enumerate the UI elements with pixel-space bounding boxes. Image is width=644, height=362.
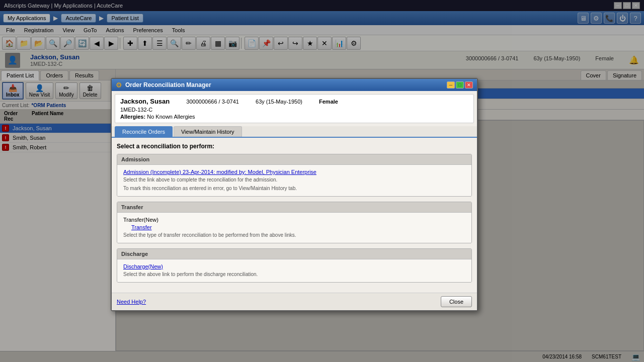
admission-link[interactable]: Admission (Incomplete) 23-Apr-2014: modi… — [123, 169, 316, 175]
modal-patient-strip: Jackson, Susan 3000000666 / 3-0741 63y (… — [115, 94, 474, 123]
admission-content: Admission (Incomplete) 23-Apr-2014: modi… — [117, 165, 471, 196]
modal-close-btn[interactable]: ✕ — [465, 81, 473, 88]
order-reconciliation-modal: ⚙ Order Reconciliation Manager ─ □ ✕ Jac… — [111, 78, 478, 311]
admission-desc1: Select the link above to complete the re… — [123, 176, 465, 184]
strip-gender: Female — [319, 99, 338, 105]
transfer-content: Transfer(New) Transfer Select the type o… — [117, 213, 471, 243]
discharge-desc: Select the above link to perform the dis… — [123, 271, 465, 278]
strip-dob: 63y (15-May-1950) — [256, 99, 302, 105]
transfer-desc: Select the type of transfer reconciliati… — [123, 232, 465, 239]
admission-desc2: To mark this reconciliation as entered i… — [123, 185, 465, 192]
admission-section: Admission Admission (Incomplete) 23-Apr-… — [117, 154, 472, 197]
strip-room-line: 1MED-132-C — [120, 107, 468, 113]
discharge-content: Discharge(New) Select the above link to … — [117, 259, 471, 282]
strip-account: 3000000666 / 3-0741 — [186, 99, 239, 105]
modal-tab-history[interactable]: View/Maintain History — [174, 126, 242, 137]
transfer-sub-link[interactable]: Transfer — [131, 224, 465, 230]
modal-icon: ⚙ — [116, 81, 122, 89]
discharge-section: Discharge Discharge(New) Select the abov… — [117, 248, 472, 283]
strip-allergies-line: Allergies: No Known Allergies — [120, 114, 468, 120]
modal-body: Select a reconciliation to perform: Admi… — [112, 138, 477, 293]
modal-win-controls: ─ □ ✕ — [447, 81, 473, 88]
help-link[interactable]: Need Help? — [117, 299, 146, 305]
modal-close-button[interactable]: Close — [441, 296, 472, 307]
modal-maximize-btn[interactable]: □ — [456, 81, 464, 88]
discharge-header: Discharge — [117, 249, 471, 259]
transfer-new-label: Transfer(New) — [123, 217, 158, 223]
modal-overlay: ⚙ Order Reconciliation Manager ─ □ ✕ Jac… — [0, 0, 644, 362]
allergies-label: Allergies: — [120, 114, 145, 120]
modal-tab-reconcile[interactable]: Reconcile Orders — [115, 126, 173, 137]
modal-tab-bar: Reconcile Orders View/Maintain History — [112, 126, 477, 138]
strip-patient-name: Jackson, Susan — [120, 98, 170, 105]
reconcile-title: Select a reconciliation to perform: — [117, 143, 472, 150]
modal-titlebar: ⚙ Order Reconciliation Manager ─ □ ✕ — [112, 79, 477, 91]
transfer-header: Transfer — [117, 202, 471, 213]
strip-room: 1MED-132-C — [120, 107, 152, 113]
admission-header: Admission — [117, 154, 471, 165]
discharge-link[interactable]: Discharge(New) — [123, 263, 163, 269]
allergies-value: No Known Allergies — [147, 114, 195, 120]
modal-title: Order Reconciliation Manager — [125, 81, 211, 88]
transfer-section: Transfer Transfer(New) Transfer Select t… — [117, 202, 472, 243]
modal-minimize-btn[interactable]: ─ — [447, 81, 455, 88]
modal-footer: Need Help? Close — [112, 293, 477, 310]
